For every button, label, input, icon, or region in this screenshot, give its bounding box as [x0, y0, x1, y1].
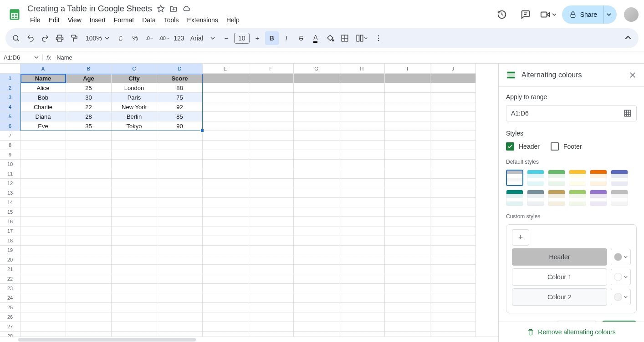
cell[interactable] — [248, 150, 294, 160]
cell[interactable] — [248, 131, 294, 141]
row-header[interactable]: 21 — [0, 265, 20, 274]
cell[interactable] — [294, 332, 339, 337]
cell[interactable] — [294, 188, 339, 198]
cell[interactable] — [248, 332, 294, 337]
cell[interactable]: Score — [157, 74, 203, 83]
cell[interactable]: 75 — [157, 93, 203, 102]
col-header-I[interactable]: I — [385, 64, 430, 74]
cell[interactable]: Berlin — [112, 112, 157, 121]
inc-decimal-button[interactable]: .00→ — [158, 31, 171, 45]
menu-view[interactable]: View — [64, 15, 85, 25]
cell[interactable] — [430, 246, 476, 255]
cell[interactable] — [294, 102, 339, 112]
italic-button[interactable]: I — [280, 31, 293, 45]
move-icon[interactable] — [169, 5, 178, 13]
row-header[interactable]: 1 — [0, 74, 20, 83]
cell[interactable] — [112, 246, 157, 255]
row-header[interactable]: 16 — [0, 217, 20, 226]
cell[interactable] — [66, 284, 112, 293]
row-header[interactable]: 9 — [0, 150, 20, 160]
cell[interactable] — [157, 179, 203, 188]
share-dropdown[interactable] — [603, 5, 617, 24]
cell[interactable] — [203, 284, 248, 293]
cell[interactable] — [248, 293, 294, 303]
cell[interactable] — [203, 112, 248, 121]
cell[interactable] — [66, 255, 112, 265]
row-header[interactable]: 24 — [0, 293, 20, 303]
cell[interactable] — [203, 265, 248, 274]
strikethrough-button[interactable]: S — [294, 31, 308, 45]
cell[interactable] — [248, 226, 294, 236]
row-header[interactable]: 17 — [0, 226, 20, 236]
spreadsheet-grid[interactable]: ABCDEFGHIJ 12345678910111213141516171819… — [0, 64, 498, 342]
cell[interactable] — [66, 150, 112, 160]
cell[interactable] — [339, 284, 385, 293]
cell[interactable] — [339, 121, 385, 131]
cell[interactable] — [248, 74, 294, 83]
doc-title[interactable]: Creating a Table in Google Sheets — [27, 4, 152, 14]
cell[interactable] — [112, 169, 157, 179]
cell[interactable] — [203, 217, 248, 226]
cell[interactable] — [385, 188, 430, 198]
cell[interactable]: Age — [66, 74, 112, 83]
cell[interactable]: 88 — [157, 83, 203, 93]
style-swatch[interactable] — [548, 170, 565, 186]
cell[interactable] — [203, 188, 248, 198]
cell[interactable]: Tokyo — [112, 121, 157, 131]
cell[interactable] — [339, 83, 385, 93]
menu-file[interactable]: File — [26, 15, 44, 25]
bold-button[interactable]: B — [265, 31, 279, 45]
cell[interactable] — [112, 284, 157, 293]
col-header-H[interactable]: H — [339, 64, 385, 74]
cell[interactable] — [157, 246, 203, 255]
row-header[interactable]: 19 — [0, 246, 20, 255]
cell[interactable] — [294, 303, 339, 312]
cell[interactable] — [339, 188, 385, 198]
row-header[interactable]: 25 — [0, 303, 20, 312]
cell[interactable] — [157, 236, 203, 246]
range-input[interactable] — [511, 110, 624, 117]
cloud-status-icon[interactable] — [182, 5, 190, 13]
cell[interactable] — [203, 102, 248, 112]
style-swatch[interactable] — [548, 190, 565, 206]
font-size-inc[interactable]: + — [250, 31, 264, 45]
cell[interactable] — [112, 150, 157, 160]
cell[interactable] — [20, 179, 66, 188]
cell[interactable] — [157, 303, 203, 312]
cell[interactable] — [385, 265, 430, 274]
cell[interactable]: 22 — [66, 102, 112, 112]
cell[interactable]: 85 — [157, 112, 203, 121]
cell[interactable] — [430, 150, 476, 160]
cell[interactable] — [339, 246, 385, 255]
row-header[interactable]: 11 — [0, 169, 20, 179]
cell[interactable] — [385, 179, 430, 188]
cell[interactable]: 28 — [66, 112, 112, 121]
share-button[interactable]: Share — [562, 5, 603, 24]
cell[interactable] — [203, 93, 248, 102]
cell[interactable] — [248, 179, 294, 188]
cell[interactable] — [20, 169, 66, 179]
cell[interactable] — [248, 312, 294, 322]
cell[interactable] — [248, 217, 294, 226]
cell[interactable] — [203, 207, 248, 217]
cell[interactable] — [294, 265, 339, 274]
cell[interactable] — [157, 284, 203, 293]
cell[interactable] — [20, 284, 66, 293]
cell[interactable] — [157, 226, 203, 236]
cell[interactable] — [294, 141, 339, 150]
cell[interactable] — [339, 226, 385, 236]
cell[interactable] — [385, 169, 430, 179]
more-button[interactable] — [372, 31, 385, 45]
cell[interactable] — [385, 293, 430, 303]
cell[interactable] — [20, 207, 66, 217]
c1-color-picker[interactable] — [611, 269, 631, 285]
cell[interactable] — [385, 332, 430, 337]
cell[interactable] — [20, 150, 66, 160]
cell[interactable] — [339, 74, 385, 83]
cell[interactable] — [430, 74, 476, 83]
style-swatch[interactable] — [611, 170, 628, 186]
cell[interactable] — [385, 160, 430, 169]
text-color-button[interactable]: A — [309, 31, 322, 45]
cell[interactable] — [157, 169, 203, 179]
cell[interactable] — [339, 322, 385, 332]
